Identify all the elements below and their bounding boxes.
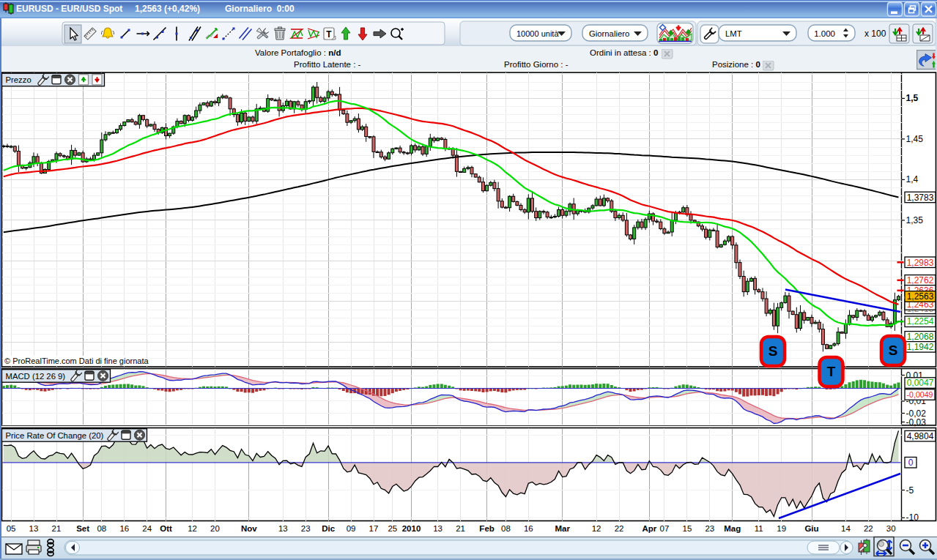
svg-text:Ott: Ott [160,524,172,533]
svg-text:© ProRealTime.com Dati di fin: © ProRealTime.com Dati di fine giornata [4,356,149,365]
svg-text:-10: -10 [906,512,919,523]
svg-text:Nov: Nov [241,524,257,533]
svg-text:20: 20 [210,524,220,533]
svg-text:1,1942: 1,1942 [907,342,934,352]
svg-text:23: 23 [301,524,311,533]
svg-text:21: 21 [52,524,62,533]
svg-text:S: S [889,343,898,358]
svg-text:MACD (12 26 9): MACD (12 26 9) [6,372,66,381]
svg-text:1,35: 1,35 [906,215,924,225]
svg-text:07: 07 [660,524,670,533]
svg-text:19: 19 [777,524,786,533]
svg-text:Giu: Giu [804,524,818,533]
svg-text:1,2762: 1,2762 [907,275,934,285]
svg-text:21: 21 [456,524,465,533]
svg-text:Apr: Apr [642,524,656,533]
svg-text:22: 22 [864,524,873,533]
svg-text:1,2068: 1,2068 [907,332,934,342]
svg-text:-0,03: -0,03 [906,417,927,428]
svg-text:09: 09 [347,524,356,533]
svg-text:12: 12 [592,524,601,533]
svg-text:24: 24 [142,524,152,533]
svg-text:30: 30 [886,524,896,533]
svg-text:-5: -5 [906,485,914,496]
svg-text:13: 13 [278,524,288,533]
svg-text:17: 17 [369,524,379,533]
svg-text:1,45: 1,45 [906,134,924,144]
svg-text:1,3783: 1,3783 [907,193,934,203]
svg-text:13: 13 [29,524,39,533]
svg-text:Dic: Dic [322,524,336,533]
svg-text:Price Rate Of Change (20): Price Rate Of Change (20) [6,431,104,440]
svg-text:-0,0049: -0,0049 [907,390,933,399]
svg-text:Prezzo: Prezzo [6,75,32,84]
svg-text:23: 23 [705,524,714,533]
svg-text:25: 25 [388,524,397,533]
svg-text:12: 12 [188,524,197,533]
svg-text:16: 16 [524,524,533,533]
svg-text:2010: 2010 [402,524,421,533]
svg-text:1,5: 1,5 [906,93,919,103]
svg-text:Set: Set [76,524,89,533]
svg-text:0,0047: 0,0047 [907,378,934,388]
svg-text:Mar: Mar [555,524,570,533]
svg-text:08: 08 [501,524,511,533]
svg-text:08: 08 [97,524,106,533]
svg-text:16: 16 [119,524,129,533]
svg-text:15: 15 [683,524,692,533]
svg-text:14: 14 [841,524,851,533]
svg-text:1,4: 1,4 [906,174,919,184]
svg-text:S: S [769,343,778,359]
svg-text:Mag: Mag [724,524,741,533]
svg-text:Feb: Feb [479,524,494,533]
svg-text:13: 13 [433,524,442,533]
svg-text:1,2254: 1,2254 [907,316,934,326]
svg-text:22: 22 [615,524,624,533]
svg-text:1,2983: 1,2983 [907,258,934,268]
svg-text:11: 11 [755,524,763,533]
svg-text:0: 0 [908,458,914,468]
svg-text:1,2563: 1,2563 [907,291,934,302]
svg-text:05: 05 [7,524,16,533]
svg-text:T: T [827,364,836,379]
svg-text:4,9804: 4,9804 [907,431,934,441]
